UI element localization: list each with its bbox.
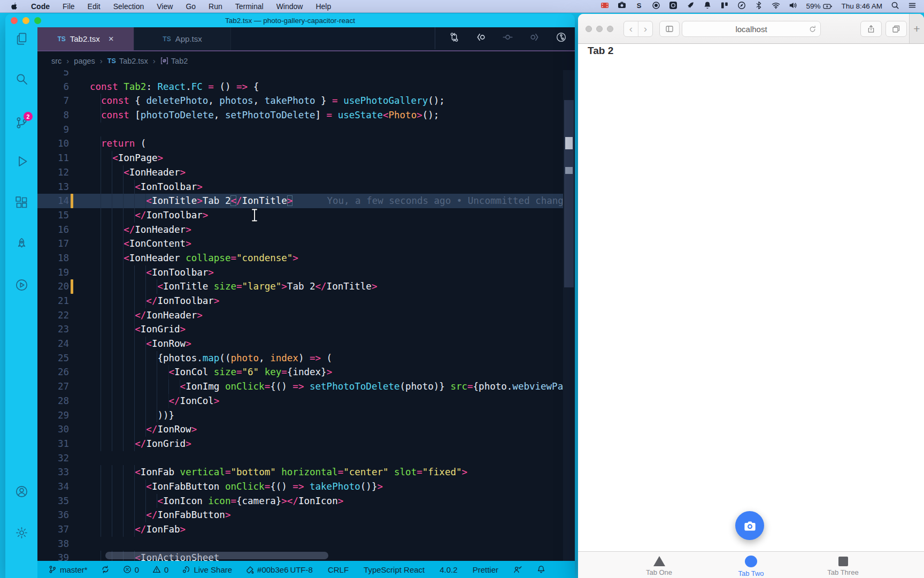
activity-files-icon[interactable] (14, 32, 29, 46)
menu-status-volume-icon[interactable] (789, 1, 797, 11)
code-editor[interactable]: 56const Tab2: React.FC = () => {7 const … (37, 70, 575, 561)
code-line-37[interactable]: 37 </IonFab> (37, 522, 575, 537)
code-line-18[interactable]: 18 <IonHeader collapse="condense"> (37, 251, 575, 265)
menu-item-edit[interactable]: Edit (88, 2, 101, 11)
code-line-23[interactable]: 23 <IonGrid> (37, 322, 575, 337)
status-typescript-react[interactable]: TypeScript React (364, 565, 425, 574)
apple-icon[interactable] (10, 2, 18, 11)
menu-status-shortcut-s-icon[interactable]: S (635, 1, 643, 11)
menu-spotlight-search-icon[interactable] (891, 1, 899, 11)
editor-tab-app.tsx[interactable]: TSApp.tsx (134, 27, 231, 50)
code-line-10[interactable]: 10 return ( (37, 136, 575, 151)
menu-status-screen-record-icon[interactable] (600, 1, 609, 11)
code-line-12[interactable]: 12 <IonHeader> (37, 165, 575, 180)
menu-item-go[interactable]: Go (186, 2, 196, 11)
tab-button-tab-one[interactable]: Tab One (613, 552, 705, 578)
menu-item-terminal[interactable]: Terminal (235, 2, 264, 11)
scrollbar-thumb[interactable] (564, 100, 574, 287)
breadcrumb-item-pages[interactable]: pages (74, 57, 95, 65)
code-line-35[interactable]: 35 <IonIcon icon={camera}></IonIcon> (37, 494, 575, 508)
code-line-25[interactable]: 25 {photos.map((photo, index) => ( (37, 351, 575, 366)
close-window-button[interactable] (586, 26, 592, 32)
editor-tab-tab2.tsx[interactable]: TSTab2.tsx× (37, 27, 134, 50)
new-tab-button[interactable]: + (909, 14, 924, 43)
code-line-21[interactable]: 21 </IonToolbar> (37, 294, 575, 308)
status-0[interactable]: 0 (152, 565, 168, 574)
code-line-15[interactable]: 15 </IonToolbar> (37, 208, 575, 223)
code-line-8[interactable]: 8 const [photoToDelete, setPhotoToDelete… (37, 108, 575, 123)
status-live-share[interactable]: Live Share (182, 565, 232, 574)
code-line-9[interactable]: 9 (37, 123, 575, 137)
activity-search-icon[interactable] (14, 72, 29, 86)
action-git-status-circle-icon[interactable] (556, 32, 566, 44)
address-bar[interactable]: localhost (682, 21, 821, 37)
code-line-7[interactable]: 7 const { deletePhoto, photos, takePhoto… (37, 94, 575, 108)
code-line-6[interactable]: 6const Tab2: React.FC = () => { (37, 80, 575, 94)
activity-extensions-icon[interactable] (14, 195, 29, 210)
code-line-19[interactable]: 19 <IonToolbar> (37, 265, 575, 280)
horizontal-scrollbar[interactable] (105, 552, 328, 559)
back-button[interactable]: ‹ (624, 21, 638, 36)
menu-status-bluetooth-icon[interactable] (754, 1, 763, 11)
code-line-24[interactable]: 24 <IonRow> (37, 337, 575, 351)
status-crlf[interactable]: CRLF (328, 565, 349, 574)
code-line-16[interactable]: 16 </IonHeader> (37, 223, 575, 237)
status-0[interactable]: 0 (123, 565, 139, 574)
breadcrumb-item-src[interactable]: src (51, 57, 61, 65)
code-line-36[interactable]: 36 </IonFabButton> (37, 508, 575, 522)
menu-status-wifi-icon[interactable] (772, 1, 780, 11)
menu-item-help[interactable]: Help (315, 2, 331, 11)
action-previous-change-icon[interactable] (476, 32, 486, 44)
menu-item-file[interactable]: File (63, 2, 75, 11)
code-line-13[interactable]: 13 <IonToolbar> (37, 180, 575, 194)
camera-fab-button[interactable] (735, 511, 764, 540)
vertical-scrollbar[interactable] (563, 70, 575, 561)
show-tabs-button[interactable] (886, 21, 907, 37)
code-line-28[interactable]: 28 </IonCol> (37, 394, 575, 408)
menu-item-selection[interactable]: Selection (113, 2, 144, 11)
menu-status-target-icon[interactable] (652, 1, 660, 11)
code-line-22[interactable]: 22 </IonHeader> (37, 308, 575, 323)
vscode-title-bar[interactable]: Tab2.tsx — photo-gallery-capacitor-react (5, 14, 575, 27)
activity-settings-gear-icon[interactable] (14, 526, 29, 540)
close-tab-icon[interactable]: × (109, 34, 114, 43)
code-line-5[interactable]: 5 (37, 70, 575, 80)
menu-status-compass-icon[interactable] (737, 1, 746, 11)
zoom-window-button[interactable] (607, 26, 613, 32)
code-line-30[interactable]: 30 </IonRow> (37, 422, 575, 437)
status-master*[interactable]: master* (48, 565, 88, 574)
menu-status-window-manager-icon[interactable] (669, 1, 677, 11)
action-next-change-icon[interactable] (529, 32, 540, 44)
code-line-33[interactable]: 33 <IonFab vertical="bottom" horizontal=… (37, 465, 575, 480)
status-prettier[interactable]: Prettier (473, 565, 498, 574)
code-line-29[interactable]: 29 ))} (37, 408, 575, 423)
menu-status-camera-menu-icon[interactable] (618, 1, 626, 11)
menu-item-code[interactable]: Code (31, 2, 50, 11)
action-git-compare-icon[interactable] (449, 32, 459, 44)
tab-button-tab-two[interactable]: Tab Two (705, 552, 797, 578)
menu-item-window[interactable]: Window (276, 2, 303, 11)
activity-source-control-icon[interactable]: 2 (14, 116, 29, 130)
share-button[interactable] (860, 21, 882, 37)
status-utf-8[interactable]: UTF-8 (290, 565, 313, 574)
status-#00b3e6[interactable]: #00b3e6 (245, 565, 288, 574)
code-line-32[interactable]: 32 (37, 451, 575, 466)
minimize-window-button[interactable] (22, 17, 29, 24)
close-window-button[interactable] (11, 17, 18, 24)
code-line-17[interactable]: 17 <IonContent> (37, 237, 575, 251)
code-line-20[interactable]: 20 <IonTitle size="large">Tab 2</IonTitl… (37, 279, 575, 294)
code-line-27[interactable]: 27 <IonImg onClick={() => setPhotoToDele… (37, 379, 575, 394)
activity-rocket-icon[interactable] (14, 237, 29, 251)
breadcrumb-item-tab2[interactable]: Tab2 (160, 57, 188, 65)
status-bell-icon[interactable] (537, 565, 545, 574)
menu-status-rocket-menu-icon[interactable] (686, 1, 695, 11)
menu-item-view[interactable]: View (157, 2, 173, 11)
menu-item-run[interactable]: Run (209, 2, 222, 11)
status-sync-icon[interactable] (101, 565, 110, 574)
code-line-14[interactable]: 14 <IonTitle>Tab 2</IonTitle>You, a few … (37, 194, 575, 208)
action-current-change-icon[interactable] (503, 32, 513, 44)
activity-run-debug-icon[interactable] (14, 154, 29, 169)
status-4.0.2[interactable]: 4.0.2 (440, 565, 457, 574)
code-line-38[interactable]: 38 (37, 537, 575, 551)
menu-menu-list-icon[interactable] (908, 1, 917, 11)
